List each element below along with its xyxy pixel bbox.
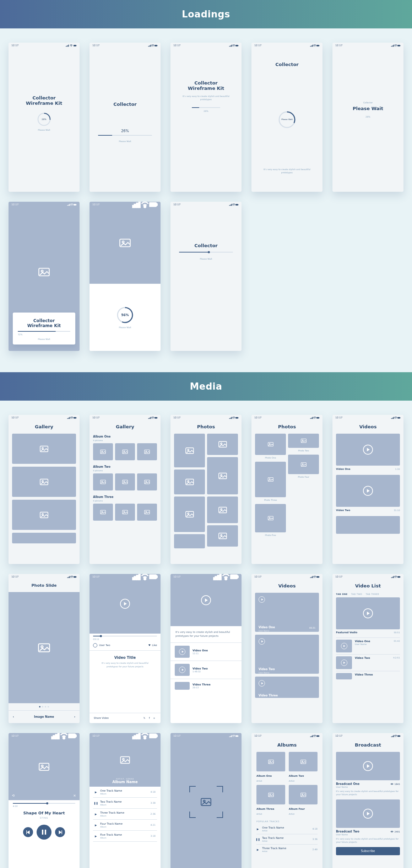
featured-video[interactable] [336,597,400,629]
brand-label: Collector [363,101,373,104]
video-hero[interactable]: 12:17 [170,574,242,626]
gallery-item[interactable] [12,434,76,464]
play-icon: ▶ [94,824,97,826]
album[interactable] [256,752,285,771]
videos-overlay-screen: 12:17 Videos Video One User Name 00:31 V… [251,574,322,723]
video-row[interactable]: Video Three29:13 [170,679,242,693]
album[interactable] [289,752,318,771]
please-wait-title: Please Wait [353,105,383,112]
gallery-item[interactable] [12,500,76,530]
subscribe-button[interactable]: Subscribe [336,847,400,855]
album-title[interactable]: Album Three [90,494,161,500]
video-row[interactable]: Video Three [336,671,400,681]
video-duration: 31:10 [394,509,400,512]
track-row[interactable]: ▶One Track NameAlbum4:18 [93,787,157,798]
gallery-item[interactable] [12,467,76,497]
photo[interactable] [255,462,286,497]
prev-button[interactable] [23,827,33,837]
album[interactable] [289,785,318,804]
please-wait: Please Wait [98,140,152,142]
thumb[interactable] [137,473,157,490]
thumb[interactable] [93,443,113,460]
track-row[interactable]: ❚❚Two Track NameAlbum3:38 [93,798,157,809]
track-row[interactable]: ▶Four Track NameAlbum4:21 [93,820,157,831]
shuffle-icon[interactable]: ⤨ [73,794,76,797]
thumb[interactable] [137,443,157,460]
video-desc: It's very easy to create stylish and bea… [96,661,154,668]
photo[interactable] [288,434,319,448]
photo[interactable] [207,457,238,494]
gallery-item[interactable] [12,533,76,543]
next-button[interactable] [55,827,65,837]
photo[interactable] [207,434,238,455]
video-card[interactable]: Video Three [255,677,319,698]
photo[interactable] [288,455,319,474]
video-row[interactable]: Video Two1:48:32 [170,661,242,679]
broadcast-video[interactable] [336,799,400,828]
track-row[interactable]: ▶Three Track NameAlbum2:36 [93,809,157,820]
loading-screen-2: 12:17 Collector 26% Please Wait [90,43,161,192]
video-card[interactable]: Video One User Name 00:31 [255,593,319,632]
repeat-icon[interactable]: ⟲ [12,794,15,797]
play-icon [363,445,373,455]
track-row[interactable]: ▶One Track NameArtist4:18 [256,824,318,834]
thumb[interactable] [115,443,135,460]
pause-button[interactable] [37,825,52,840]
please-wait: Please Wait [119,326,131,329]
thumb[interactable] [93,473,113,490]
album-title[interactable]: Album Two [90,464,161,470]
thumb[interactable] [115,504,135,521]
play-icon[interactable] [120,599,130,609]
play-icon [259,680,265,687]
progress-bar[interactable] [179,252,233,253]
tab-two[interactable]: TAB TWO [351,593,362,595]
track-progress[interactable] [13,803,75,804]
video-title: Video Two [259,668,275,671]
video-progress[interactable] [93,636,157,636]
tabs: TAB ONE TAB TWO TAB THREE [332,593,403,597]
album-name: Album Three [256,808,285,810]
photo-label: Photo One [255,456,286,459]
video-title: Video Two [336,509,350,512]
track-row[interactable]: ▶Three Track NameArtist2:49 [256,845,318,855]
track-row[interactable]: ▶Five Track NameAlbum3:18 [93,831,157,842]
photo[interactable] [207,525,238,547]
video-thumb[interactable] [336,475,400,507]
photo[interactable] [255,504,286,532]
prev-button[interactable]: ‹ [13,715,14,718]
loading-screen-4: 12:17 Collector Please Wait It's very ea… [251,43,322,192]
album-title[interactable]: Album One [90,434,161,439]
photo[interactable] [207,497,238,523]
photo[interactable] [174,497,205,532]
brand-title: Collector [194,243,217,252]
slide-image[interactable] [9,592,80,703]
photo[interactable] [174,470,205,494]
photos-labeled-screen: 12:17 Photos Photo One Photo Three Photo… [251,415,322,564]
music-player-screen: 12:17 ⟲ ⤨ 4:10 Shape Of My Heart STING V… [9,733,80,868]
tab-three[interactable]: TAB THREE [366,593,379,595]
broadcast-video[interactable] [336,752,400,780]
album[interactable] [256,785,285,804]
photo[interactable] [174,534,205,548]
thumb[interactable] [137,504,157,521]
video-card[interactable]: Video Two User Name [255,635,319,674]
share-video[interactable]: Share Video [94,717,109,720]
video-area[interactable]: 12:17 [90,574,161,634]
screen-title: Gallery [90,421,161,434]
photo[interactable] [174,434,205,467]
video-thumb[interactable] [336,434,400,466]
album-count: 9 pictures [90,439,161,443]
thumb[interactable] [115,473,135,490]
video-thumb[interactable] [336,516,400,534]
video-row[interactable]: Video OneUser Name 01:42 [336,638,400,654]
video-row[interactable]: Video Two 4:2:51 [336,654,400,671]
photo[interactable] [255,434,286,455]
tab-one[interactable]: TAB ONE [336,593,348,595]
video-row[interactable]: Video One12:11 [170,643,242,661]
next-button[interactable]: › [74,715,75,718]
thumb[interactable] [93,504,113,521]
album-art: 12:17 ⟲ ⤨ [9,733,80,800]
social-icons[interactable]: 𝕏 f ⌾ [143,717,156,720]
track-row[interactable]: ❚❚Two Track NameArtist3:36 [256,834,318,845]
like-button[interactable]: ♥Like [148,644,157,647]
